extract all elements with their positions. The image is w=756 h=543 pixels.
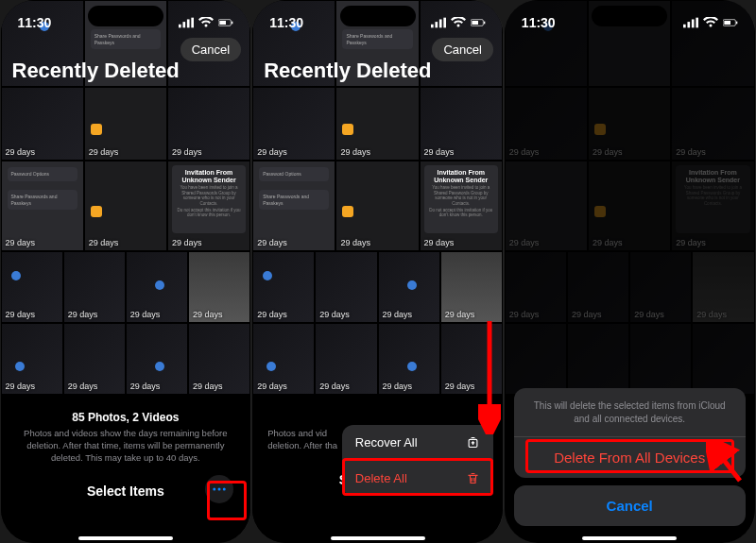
svg-point-8 (218, 488, 221, 491)
screenshot-panel-1: 11:30 Cancel Recently Deleted Password O… (1, 0, 252, 543)
thumbnail[interactable]: 29 days (315, 251, 377, 323)
ellipsis-icon (211, 481, 228, 498)
svg-rect-25 (736, 22, 737, 25)
thumbnail[interactable]: 29 days (63, 251, 126, 323)
thumbnail[interactable]: 29 days (84, 87, 167, 161)
thumbnail[interactable]: 29 days (1, 323, 63, 395)
thumbnail[interactable]: 29 days (335, 161, 419, 251)
thumbnail[interactable]: 29 days (167, 87, 250, 161)
cancel-button[interactable]: Cancel (180, 38, 241, 61)
svg-rect-2 (187, 19, 190, 27)
battery-icon (723, 17, 738, 28)
action-sheet: This will delete the selected items from… (514, 388, 746, 534)
thumbnail[interactable]: 29 days (420, 87, 503, 161)
delete-all-menu-item[interactable]: Delete All (342, 461, 493, 496)
svg-rect-13 (443, 18, 446, 28)
svg-rect-1 (183, 22, 186, 27)
cancel-button[interactable]: Cancel (432, 38, 492, 61)
thumbnail[interactable]: 29 days (63, 323, 126, 395)
thumbnail[interactable]: 29 days (252, 251, 315, 323)
svg-point-7 (213, 488, 215, 491)
thumbnail[interactable]: 29 days (252, 323, 315, 395)
svg-rect-21 (691, 19, 694, 27)
svg-rect-3 (192, 18, 195, 28)
menu-item-label: Delete All (355, 471, 407, 485)
svg-rect-15 (472, 21, 478, 25)
thumbnail[interactable]: 29 days (440, 323, 503, 395)
signal-icon (683, 17, 698, 28)
footer: 85 Photos, 2 Videos Photos and videos sh… (1, 401, 251, 543)
thumbnail[interactable]: 29 days (188, 323, 250, 395)
thumbnail[interactable]: 29 days (335, 87, 419, 161)
thumbnail[interactable]: 29 days (126, 251, 188, 323)
battery-icon (218, 17, 233, 28)
svg-point-9 (223, 488, 226, 491)
thumbnail[interactable]: Invitation From Unknown Sender You have … (420, 161, 503, 251)
menu-item-label: Recover All (355, 435, 418, 450)
action-sheet-message: This will delete the selected items from… (514, 388, 746, 437)
svg-rect-12 (439, 19, 442, 27)
recover-all-menu-item[interactable]: Recover All (342, 425, 493, 461)
thumbnail[interactable]: 29 days (84, 161, 167, 251)
thumbnail[interactable]: 29 days (126, 323, 188, 395)
thumbnail[interactable]: Password OptionsShare Passwords and Pass… (1, 161, 84, 251)
svg-rect-11 (435, 22, 438, 27)
action-sheet-cancel-button[interactable]: Cancel (514, 485, 746, 526)
status-icons (179, 17, 233, 28)
screenshot-panel-2: 11:30 Cancel Recently Deleted Password O… (252, 0, 504, 543)
recover-icon (466, 435, 480, 450)
more-options-button[interactable] (205, 475, 233, 503)
svg-rect-5 (220, 21, 227, 25)
thumbnail[interactable]: 29 days (378, 251, 440, 323)
svg-rect-10 (431, 25, 434, 28)
thumbnail[interactable]: 29 days (378, 323, 440, 395)
notch (88, 6, 163, 26)
thumbnail[interactable]: 29 days (315, 323, 377, 395)
trash-icon (466, 471, 480, 485)
thumbnail[interactable]: 29 days (252, 87, 335, 161)
status-time: 11:30 (18, 15, 52, 30)
home-indicator[interactable] (582, 536, 677, 540)
notch (340, 6, 416, 26)
thumbnail[interactable]: 29 days (188, 251, 250, 323)
select-items-button[interactable]: Select Items (87, 484, 164, 499)
page-title: Recently Deleted (264, 59, 431, 83)
invitation-card: Invitation From Unknown Sender You have … (172, 165, 246, 233)
wifi-icon (451, 17, 466, 28)
home-indicator[interactable] (331, 536, 425, 540)
context-menu: Recover All Delete All (342, 425, 493, 496)
summary-count: 85 Photos, 2 Videos (12, 411, 240, 424)
status-time: 11:30 (269, 15, 303, 30)
status-icons (683, 17, 738, 28)
thumbnail[interactable]: 29 days (1, 87, 84, 161)
thumbnail[interactable]: Invitation From Unknown Sender You have … (167, 161, 250, 251)
signal-icon (431, 17, 446, 28)
svg-rect-6 (232, 22, 232, 25)
battery-icon (471, 17, 486, 28)
home-indicator[interactable] (78, 536, 173, 540)
invitation-card: Invitation From Unknown Sender You have … (424, 165, 498, 233)
screenshot-panel-3: 11:30 Password Options 29 days 29 days 2… (505, 0, 756, 543)
delete-from-all-devices-button[interactable]: Delete From All Devices (514, 437, 746, 478)
status-time: 11:30 (522, 15, 556, 30)
svg-rect-16 (484, 22, 485, 25)
status-icons (431, 17, 486, 28)
wifi-icon (198, 17, 214, 28)
svg-rect-0 (179, 25, 181, 28)
notch (592, 6, 667, 26)
thumbnail[interactable]: 29 days (1, 251, 63, 323)
svg-rect-19 (683, 25, 686, 28)
page-title: Recently Deleted (12, 59, 180, 83)
svg-rect-22 (696, 18, 698, 28)
signal-icon (179, 17, 194, 28)
svg-rect-20 (687, 22, 690, 27)
svg-rect-24 (724, 21, 730, 25)
thumbnail[interactable]: Password OptionsShare Passwords and Pass… (252, 161, 335, 251)
wifi-icon (703, 17, 718, 28)
thumbnail[interactable]: 29 days (440, 251, 503, 323)
summary-text: Photos and videos show the days remainin… (12, 428, 240, 464)
